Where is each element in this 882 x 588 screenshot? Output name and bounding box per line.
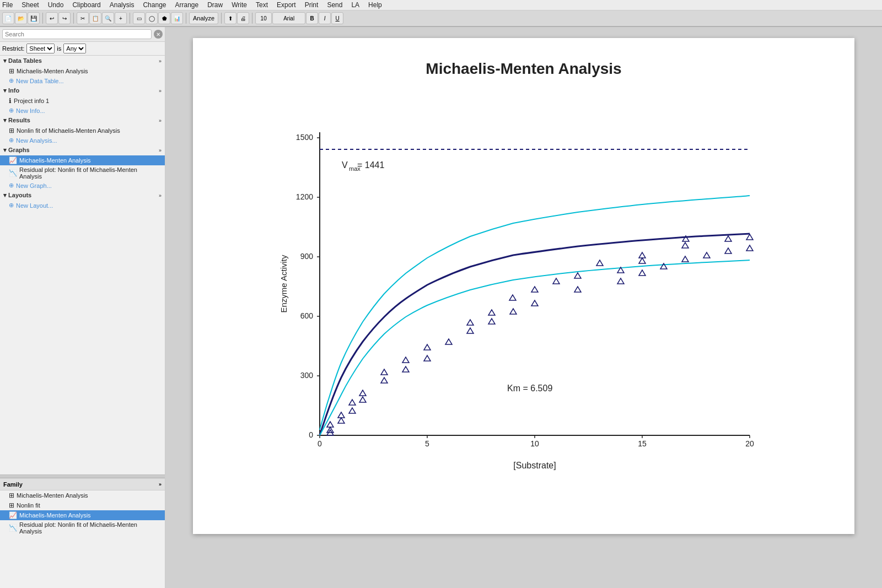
menu-change[interactable]: Change (143, 1, 166, 9)
menu-la[interactable]: LA (351, 1, 359, 9)
new-analysis-btn[interactable]: ⊕ New Analysis... (0, 136, 165, 145)
menu-help[interactable]: Help (368, 1, 382, 9)
shape-btn1[interactable]: ▭ (133, 12, 145, 24)
svg-marker-42 (402, 366, 409, 372)
sidebar-item-data-table-1[interactable]: ⊞ Michaelis-Menten Analysis (0, 66, 165, 76)
search-input[interactable] (2, 29, 152, 39)
menu-send[interactable]: Send (327, 1, 342, 9)
plus-icon-4: ⊕ (9, 182, 14, 189)
svg-text:1500: 1500 (296, 133, 313, 142)
menu-export[interactable]: Export (277, 1, 296, 9)
family-result-icon: ⊞ (9, 501, 14, 509)
bold-btn[interactable]: B (306, 12, 318, 24)
svg-marker-67 (746, 234, 753, 240)
sidebar-item-graph-1[interactable]: 📈 Michaelis-Menten Analysis (0, 155, 165, 165)
restrict-sheet-select[interactable]: Sheet (26, 44, 55, 53)
menu-draw[interactable]: Draw (207, 1, 223, 9)
btn5[interactable]: 🔍 (102, 12, 114, 24)
family-item-4[interactable]: 📉 Residual plot: Nonlin fit of Michaelis… (0, 520, 165, 536)
menu-arrange[interactable]: Arrange (175, 1, 199, 9)
sidebar-lower: Family » ⊞ Michaelis-Menten Analysis ⊞ N… (0, 478, 165, 588)
svg-marker-40 (381, 377, 388, 383)
new-layout-btn[interactable]: ⊕ New Layout... (0, 201, 165, 210)
svg-text:1200: 1200 (296, 192, 313, 201)
svg-text:Enzyme Activity: Enzyme Activity (279, 255, 288, 313)
sidebar-item-project-info-1[interactable]: ℹ Project info 1 (0, 96, 165, 106)
info-section-header[interactable]: ▾ Info » (0, 85, 165, 96)
results-icon: ⊞ (9, 127, 14, 134)
sidebar-item-graph-2[interactable]: 📉 Residual plot: Nonlin fit of Michaelis… (0, 165, 165, 181)
font-family-select[interactable]: Arial (272, 12, 305, 24)
data-tables-section-header[interactable]: ▾ Data Tables » (0, 56, 165, 66)
font-size-input[interactable]: 10 (255, 12, 272, 24)
underline-btn[interactable]: U (331, 12, 343, 24)
search-clear-btn[interactable]: ✕ (154, 30, 163, 39)
svg-text:900: 900 (300, 252, 314, 261)
sep5 (221, 13, 222, 24)
sep4 (186, 13, 186, 24)
svg-marker-58 (639, 270, 646, 276)
new-btn[interactable]: 📄 (2, 12, 14, 24)
main-layout: ✕ Restrict: Sheet is Any ▾ Data Tables »… (0, 27, 882, 588)
family-expand-icon: » (159, 482, 162, 487)
italic-btn[interactable]: I (319, 12, 331, 24)
new-data-table-btn[interactable]: ⊕ New Data Table... (0, 76, 165, 85)
svg-marker-63 (703, 252, 710, 258)
open-btn[interactable]: 📂 (15, 12, 27, 24)
family-item-3[interactable]: 📈 Michaelis-Menten Analysis (0, 510, 165, 520)
btn4[interactable]: 📋 (89, 12, 101, 24)
svg-marker-39 (359, 390, 366, 396)
family-graph-icon: 📈 (9, 511, 17, 519)
menu-clipboard[interactable]: Clipboard (72, 1, 100, 9)
export-btn[interactable]: ⬆ (224, 12, 236, 24)
toolbar-group-misc: ✂ 📋 🔍 + (77, 12, 127, 24)
restrict-any-select[interactable]: Any (63, 44, 86, 53)
menu-analysis[interactable]: Analysis (110, 1, 135, 9)
menu-print[interactable]: Print (305, 1, 319, 9)
analyze-btn[interactable]: Analyze (189, 12, 218, 24)
layouts-section-header[interactable]: ▾ Layouts » (0, 190, 165, 201)
info-expand-icon: » (159, 88, 162, 94)
search-bar: ✕ (0, 27, 165, 42)
svg-marker-37 (349, 400, 356, 405)
new-graph-btn[interactable]: ⊕ New Graph... (0, 181, 165, 190)
plus-icon-5: ⊕ (9, 202, 14, 209)
menu-write[interactable]: Write (232, 1, 247, 9)
toolbar-group-shapes: ▭ ◯ ⬟ 📊 (133, 12, 183, 24)
layouts-expand-icon: » (159, 193, 162, 198)
plus-icon: ⊕ (9, 77, 14, 84)
family-item-1[interactable]: ⊞ Michaelis-Menten Analysis (0, 490, 165, 500)
family-item-2[interactable]: ⊞ Nonlin fit (0, 500, 165, 510)
graph-title: Michaelis-Menten Analysis (426, 60, 621, 78)
svg-marker-52 (531, 300, 538, 306)
svg-text:V: V (342, 160, 348, 170)
svg-marker-38 (359, 397, 366, 402)
save-btn[interactable]: 💾 (28, 12, 40, 24)
shape-btn3[interactable]: ⬟ (158, 12, 170, 24)
shape-btn2[interactable]: ◯ (146, 12, 158, 24)
graphs-section-header[interactable]: ▾ Graphs » (0, 145, 165, 155)
menu-text[interactable]: Text (256, 1, 268, 9)
btn3[interactable]: ✂ (77, 12, 89, 24)
menu-sheet[interactable]: Sheet (21, 1, 39, 9)
undo-btn[interactable]: ↩ (46, 12, 58, 24)
new-info-btn[interactable]: ⊕ New Info... (0, 106, 165, 115)
graph-icon-1: 📈 (9, 157, 17, 164)
svg-marker-70 (596, 260, 603, 266)
print-btn[interactable]: 🖨 (237, 12, 249, 24)
btn6[interactable]: + (115, 12, 127, 24)
layouts-label: Layouts (8, 192, 31, 198)
menu-undo[interactable]: Undo (48, 1, 64, 9)
sidebar-item-results-1[interactable]: ⊞ Nonlin fit of Michaelis-Menten Analysi… (0, 126, 165, 136)
shape-btn4[interactable]: 📊 (171, 12, 183, 24)
results-section-header[interactable]: ▾ Results » (0, 115, 165, 126)
menu-file[interactable]: File (2, 1, 13, 9)
plus-icon-3: ⊕ (9, 137, 14, 144)
redo-btn[interactable]: ↪ (58, 12, 71, 24)
family-item-4-label: Residual plot: Nonlin fit of Michaelis-M… (19, 521, 160, 535)
svg-text:Km = 6.509: Km = 6.509 (507, 384, 552, 393)
svg-marker-71 (639, 252, 646, 258)
toolbar-group-file: 📄 📂 💾 (2, 12, 40, 24)
svg-marker-66 (746, 245, 753, 251)
svg-text:5: 5 (425, 439, 429, 448)
